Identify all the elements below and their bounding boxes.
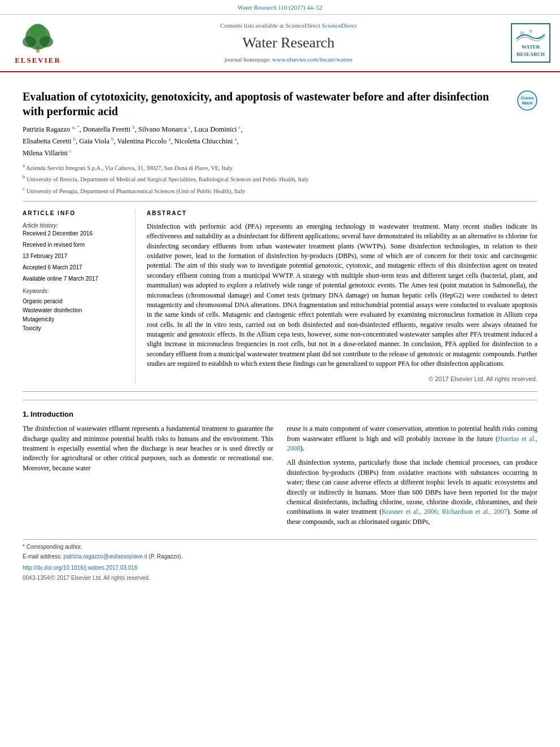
available-date: Available online 7 March 2017 — [23, 275, 127, 283]
issn-line: 0043-1354/© 2017 Elsevier Ltd. All right… — [23, 574, 537, 582]
body-section: 1. Introduction The disinfection of wast… — [23, 409, 537, 531]
elsevier-tree-icon — [18, 20, 58, 54]
journal-title: Water Research — [242, 33, 334, 53]
affiliation-c: c University of Perugia, Department of P… — [23, 185, 537, 195]
section-heading-area: 1. Introduction — [23, 409, 537, 420]
elsevier-logo: ELSEVIER — [15, 20, 61, 65]
footnote-section: * Corresponding author. E-mail address: … — [23, 539, 537, 582]
publisher-logo-area: ELSEVIER — [7, 19, 69, 66]
keywords-label: Keywords: — [23, 287, 127, 295]
keyword-1: Organic peracid — [23, 298, 127, 305]
copyright-line: © 2017 Elsevier Ltd. All rights reserved… — [147, 375, 537, 383]
affiliation-a: a Azienda Servizi Integrati S.p.A., Via … — [23, 162, 537, 172]
badge-water-label: WATER — [522, 43, 540, 51]
received-date: Received 2 December 2016 — [23, 230, 127, 238]
article-title: Evaluation of cytotoxicity, genotoxicity… — [23, 89, 537, 119]
ref-huertas[interactable]: Huertas et al., 2008 — [287, 435, 537, 452]
svg-point-2 — [23, 36, 36, 47]
sciencedirect-link[interactable]: ScienceDirect — [322, 22, 357, 29]
doi-line: http://dx.doi.org/10.1016/j.watres.2017.… — [23, 562, 537, 573]
homepage-line: journal homepage: www.elsevier.com/locat… — [224, 55, 352, 64]
article-title-section: Evaluation of cytotoxicity, genotoxicity… — [23, 81, 537, 202]
introduction-body: The disinfection of wastewater effluent … — [23, 424, 537, 531]
svg-point-6 — [529, 29, 532, 33]
doi-link[interactable]: http://dx.doi.org/10.1016/j.watres.2017.… — [23, 565, 137, 571]
intro-para-2: reuse is a main component of water conse… — [287, 424, 537, 453]
keyword-4: Toxicity — [23, 325, 127, 333]
email-link[interactable]: patrizia.ragazzo@asilassopiave.it — [63, 553, 147, 560]
journal-header: ELSEVIER Contents lists available at Sci… — [0, 15, 560, 72]
svg-point-3 — [40, 36, 53, 47]
sciencedirect-line: Contents lists available at ScienceDirec… — [220, 21, 357, 30]
authors-line: Patrizia Ragazzo a, *, Donatella Feretti… — [23, 123, 537, 159]
svg-point-4 — [30, 24, 46, 37]
badge-wave-icon — [517, 28, 545, 43]
email-address: E-mail address: patrizia.ragazzo@asilass… — [23, 553, 537, 561]
section-divider — [23, 400, 537, 400]
article-info-header: ARTICLE INFO — [23, 209, 127, 217]
svg-text:Cross: Cross — [521, 95, 534, 101]
journal-title-area: Contents lists available at ScienceDirec… — [75, 19, 502, 66]
crossmark-icon[interactable]: Cross Mark — [517, 90, 537, 111]
affiliation-b: b University of Brescia, Department of M… — [23, 173, 537, 184]
homepage-url[interactable]: www.elsevier.com/locate/watres — [272, 56, 352, 63]
article-info-abstract-section: ARTICLE INFO Article history: Received 2… — [23, 209, 537, 392]
revised-date: 13 February 2017 — [23, 252, 127, 260]
section-number: 1. — [23, 410, 29, 418]
main-content: Evaluation of cytotoxicity, genotoxicity… — [0, 72, 560, 592]
accepted-date: Accepted 6 March 2017 — [23, 264, 127, 272]
article-history-label: Article history: — [23, 222, 127, 230]
received-revised-label: Received in revised form — [23, 241, 127, 249]
keyword-3: Mutagenicity — [23, 316, 127, 324]
water-research-badge: WATER RESEARCH — [511, 23, 550, 63]
abstract-header: ABSTRACT — [147, 209, 537, 217]
intro-para-1: The disinfection of wastewater effluent … — [23, 424, 273, 473]
ref-krasner[interactable]: Krasner et al., 2006; Richardson et al.,… — [382, 508, 507, 516]
corresponding-author-note: * Corresponding author. — [23, 543, 537, 551]
intro-col-1: The disinfection of wastewater effluent … — [23, 424, 273, 531]
intro-col-2: reuse is a main component of water conse… — [287, 424, 537, 531]
abstract-text: Disinfection with performic acid (PFA) r… — [147, 222, 537, 369]
badge-research-label: RESEARCH — [517, 51, 545, 58]
article-info-column: ARTICLE INFO Article history: Received 2… — [23, 209, 135, 383]
intro-para-3: All disinfection systems, particularly t… — [287, 458, 537, 527]
svg-text:Mark: Mark — [522, 101, 533, 106]
journal-badge-area: WATER RESEARCH — [508, 19, 553, 66]
journal-reference: Water Research 116 (2017) 44–52 — [0, 0, 560, 15]
affiliations: a Azienda Servizi Integrati S.p.A., Via … — [23, 162, 537, 195]
svg-point-5 — [520, 31, 524, 36]
elsevier-wordmark: ELSEVIER — [15, 55, 61, 65]
keyword-2: Wastewater disinfection — [23, 307, 127, 314]
section-title-label: Introduction — [30, 410, 73, 418]
abstract-column: ABSTRACT Disinfection with performic aci… — [147, 209, 537, 383]
